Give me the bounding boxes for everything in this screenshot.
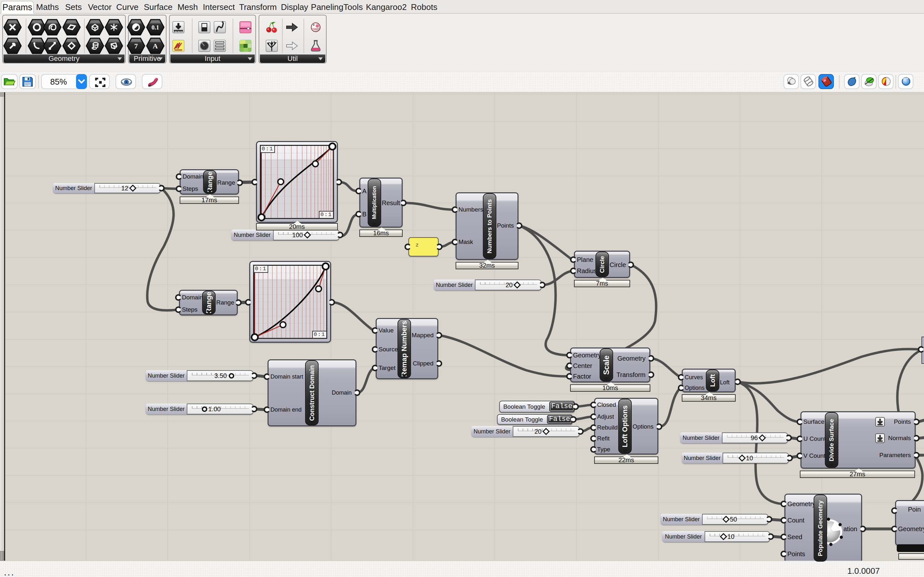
svg-text:7: 7 [134, 42, 138, 50]
svg-text:0.1: 0.1 [152, 24, 159, 31]
svg-text:A: A [153, 42, 158, 50]
